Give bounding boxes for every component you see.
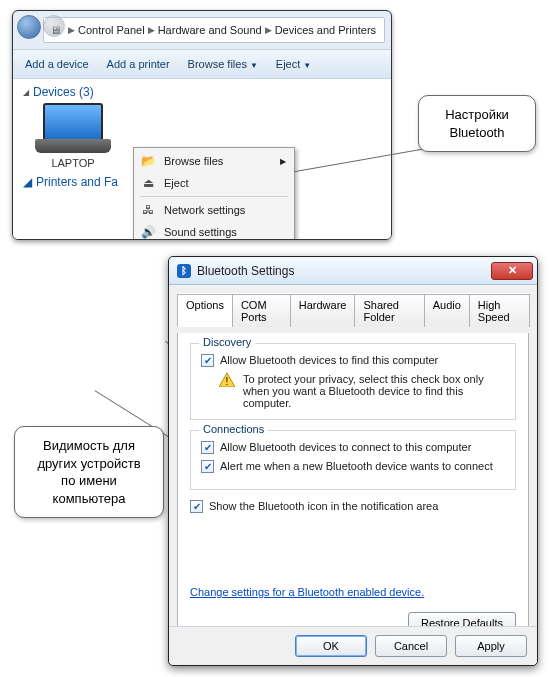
checkbox-allow-find[interactable]: ✔ Allow Bluetooth devices to find this c… (201, 354, 505, 367)
sound-icon: 🔊 (140, 224, 156, 240)
add-printer-button[interactable]: Add a printer (107, 58, 170, 70)
menu-label: Sound settings (164, 226, 237, 238)
change-settings-link[interactable]: Change settings for a Bluetooth enabled … (190, 586, 424, 598)
menu-item-network[interactable]: 🖧 Network settings (136, 199, 292, 221)
group-legend: Connections (199, 423, 268, 435)
group-legend: Discovery (199, 336, 255, 348)
caret-down-icon: ▼ (303, 61, 311, 70)
tab-shared-folder[interactable]: Shared Folder (354, 294, 424, 327)
close-icon: ✕ (508, 264, 517, 277)
collapse-icon: ◢ (23, 175, 32, 189)
menu-label: Network settings (164, 204, 245, 216)
ok-button[interactable]: OK (295, 635, 367, 657)
device-label: LAPTOP (23, 157, 123, 169)
dialog-titlebar[interactable]: ᛒ Bluetooth Settings ✕ (169, 257, 537, 285)
chevron-right-icon: ▶ (280, 157, 286, 166)
menu-item-eject[interactable]: ⏏ Eject (136, 172, 292, 194)
warning-icon: ! (219, 373, 235, 387)
explorer-toolbar: Add a device Add a printer Browse files▼… (13, 49, 391, 79)
callout-visibility: Видимость для других устройств по имени … (14, 426, 164, 518)
explorer-content: ◢ Devices (3) LAPTOP ◢ Printers and Fa 📂… (13, 79, 391, 239)
chevron-right-icon: ▶ (68, 25, 75, 35)
checkbox-icon: ✔ (201, 460, 214, 473)
tab-panel-options: Discovery ✔ Allow Bluetooth devices to f… (177, 333, 529, 645)
callout-text: Видимость для (29, 437, 149, 455)
tab-high-speed[interactable]: High Speed (469, 294, 530, 327)
menu-label: Eject (164, 177, 188, 189)
callout-text: компьютера (29, 490, 149, 508)
close-button[interactable]: ✕ (491, 262, 533, 280)
checkbox-icon: ✔ (201, 354, 214, 367)
bluetooth-icon: ᛒ (177, 264, 191, 278)
checkbox-allow-connect[interactable]: ✔ Allow Bluetooth devices to connect to … (201, 441, 505, 454)
context-menu: 📂 Browse files ▶ ⏏ Eject 🖧 Network setti… (133, 147, 295, 240)
checkbox-label: Allow Bluetooth devices to connect to th… (220, 441, 471, 453)
devices-section-header[interactable]: ◢ Devices (3) (23, 85, 381, 99)
section-label: Printers and Fa (36, 175, 118, 189)
breadcrumb-item[interactable]: Devices and Printers (275, 24, 377, 36)
checkbox-alert-new[interactable]: ✔ Alert me when a new Bluetooth device w… (201, 460, 505, 473)
checkbox-icon: ✔ (201, 441, 214, 454)
menu-item-browse[interactable]: 📂 Browse files ▶ (136, 150, 292, 172)
breadcrumb-item[interactable]: Hardware and Sound (158, 24, 262, 36)
checkbox-icon: ✔ (190, 500, 203, 513)
network-icon: 🖧 (140, 202, 156, 218)
eject-icon: ⏏ (140, 175, 156, 191)
svg-text:!: ! (226, 376, 229, 387)
warning-text: To protect your privacy, select this che… (243, 373, 503, 409)
callout-bluetooth-settings: Настройки Bluetooth (418, 95, 536, 152)
cancel-button[interactable]: Cancel (375, 635, 447, 657)
browse-files-button[interactable]: Browse files▼ (188, 58, 258, 70)
privacy-warning: ! To protect your privacy, select this c… (219, 373, 505, 409)
dialog-body: Options COM Ports Hardware Shared Folder… (169, 285, 537, 653)
menu-item-sound[interactable]: 🔊 Sound settings (136, 221, 292, 240)
laptop-icon (33, 103, 113, 155)
checkbox-label: Alert me when a new Bluetooth device wan… (220, 460, 493, 472)
tab-strip: Options COM Ports Hardware Shared Folder… (177, 293, 529, 327)
callout-text: по имени (29, 472, 149, 490)
dialog-button-row: OK Cancel Apply (169, 626, 537, 665)
section-label: Devices (3) (33, 85, 94, 99)
menu-label: Browse files (164, 155, 223, 167)
folder-icon: 📂 (140, 153, 156, 169)
breadcrumb[interactable]: 🖥 ▶ Control Panel ▶ Hardware and Sound ▶… (43, 17, 385, 43)
callout-text: Настройки (433, 106, 521, 124)
apply-button[interactable]: Apply (455, 635, 527, 657)
group-discovery: Discovery ✔ Allow Bluetooth devices to f… (190, 343, 516, 420)
callout-text: Bluetooth (433, 124, 521, 142)
tab-hardware[interactable]: Hardware (290, 294, 356, 327)
nav-back-button[interactable] (17, 15, 41, 39)
nav-forward-button (43, 15, 65, 37)
caret-down-icon: ▼ (250, 61, 258, 70)
dialog-title: Bluetooth Settings (197, 264, 294, 278)
breadcrumb-item[interactable]: Control Panel (78, 24, 145, 36)
explorer-window: 🖥 ▶ Control Panel ▶ Hardware and Sound ▶… (12, 10, 392, 240)
callout-connector (293, 142, 423, 144)
tab-com-ports[interactable]: COM Ports (232, 294, 291, 327)
callout-text: других устройств (29, 455, 149, 473)
chevron-right-icon: ▶ (148, 25, 155, 35)
add-device-button[interactable]: Add a device (25, 58, 89, 70)
checkbox-label: Show the Bluetooth icon in the notificat… (209, 500, 438, 512)
checkbox-show-icon[interactable]: ✔ Show the Bluetooth icon in the notific… (190, 500, 516, 513)
checkbox-label: Allow Bluetooth devices to find this com… (220, 354, 438, 366)
chevron-right-icon: ▶ (265, 25, 272, 35)
eject-button[interactable]: Eject▼ (276, 58, 311, 70)
tab-audio[interactable]: Audio (424, 294, 470, 327)
bluetooth-settings-dialog: ᛒ Bluetooth Settings ✕ Options COM Ports… (168, 256, 538, 666)
device-tile-laptop[interactable]: LAPTOP (23, 103, 123, 169)
collapse-icon: ◢ (23, 88, 29, 97)
group-connections: Connections ✔ Allow Bluetooth devices to… (190, 430, 516, 490)
menu-separator (140, 196, 288, 197)
tab-options[interactable]: Options (177, 294, 233, 327)
